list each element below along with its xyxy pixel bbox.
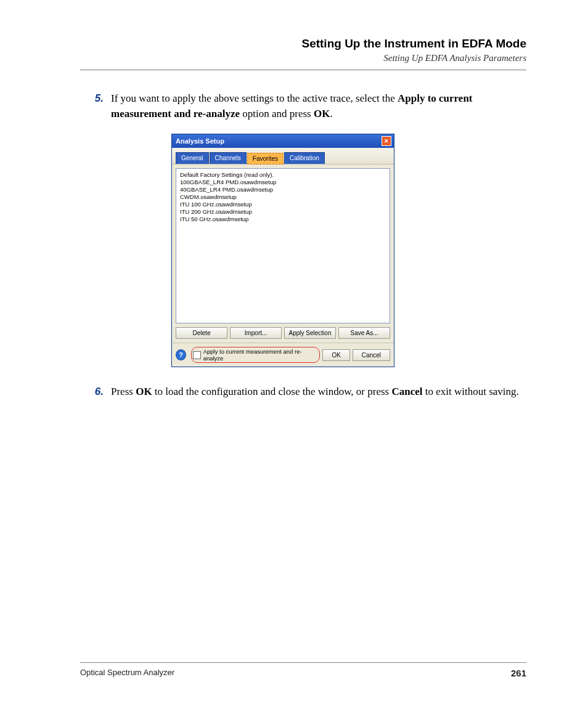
dialog-bottom-bar: ? Apply to current measurement and re-an… [172,343,394,367]
page-footer: Optical Spectrum Analyzer 261 [80,662,526,678]
step-6-text: Press OK to load the configuration and c… [111,384,526,400]
ok-button[interactable]: OK [322,349,349,361]
save-as-button[interactable]: Save As... [338,327,390,339]
list-item[interactable]: 100GBASE_LR4 PMD.osawdmsetup [180,179,386,186]
list-item[interactable]: 40GBASE_LR4 PMD.osawdmsetup [180,186,386,193]
header-rule [80,70,526,70]
step-5: 5. If you want to apply the above settin… [80,91,526,121]
cancel-button[interactable]: Cancel [353,349,390,361]
step-5-text-a: If you want to apply the above settings … [111,92,398,104]
step-6-bold-b: Cancel [391,386,422,397]
section-title: Setting Up the Instrument in EDFA Mode [80,37,526,51]
list-item[interactable]: ITU 200 GHz.osawdmsetup [180,208,386,216]
list-item[interactable]: ITU 100 GHz.osawdmsetup [180,201,386,208]
footer-page-number: 261 [511,668,526,678]
list-item[interactable]: CWDM.osawdmsetup [180,193,386,201]
step-5-text-b: option and press [240,108,314,120]
step-5-bold-b: OK [314,108,330,120]
tab-general[interactable]: General [176,152,209,164]
dialog-tabs: General Channels Favorites Calibration [172,148,394,164]
apply-selection-button[interactable]: Apply Selection [284,327,336,339]
step-6-bold-a: OK [136,386,152,397]
dialog-titlebar[interactable]: Analysis Setup ✕ [172,134,394,148]
help-icon[interactable]: ? [176,349,186,360]
list-item[interactable]: Default Factory Settings (read only). [180,171,386,179]
step-6-text-b: to load the configuration and close the … [152,386,392,397]
step-5-number: 5. [80,91,111,121]
dialog-action-row: Delete Import... Apply Selection Save As… [172,327,394,343]
step-5-text: If you want to apply the above settings … [111,91,526,121]
step-5-text-c: . [330,108,332,120]
step-6-text-c: to exit without saving. [423,386,519,397]
close-icon[interactable]: ✕ [382,136,391,146]
dialog-title: Analysis Setup [176,137,224,145]
apply-reanalyze-label: Apply to current measurement and re-anal… [203,348,316,362]
section-subtitle: Setting Up EDFA Analysis Parameters [80,53,526,63]
analysis-setup-dialog: Analysis Setup ✕ General Channels Favori… [171,134,394,367]
import-button[interactable]: Import... [230,327,282,339]
favorites-list[interactable]: Default Factory Settings (read only). 10… [176,168,390,323]
tab-calibration[interactable]: Calibration [284,152,325,164]
step-6-number: 6. [80,384,111,400]
list-item[interactable]: ITU 50 GHz.osawdmsetup [180,216,386,223]
apply-reanalyze-checkbox[interactable] [193,351,200,359]
step-6: 6. Press OK to load the configuration an… [80,384,526,400]
footer-product: Optical Spectrum Analyzer [80,668,174,678]
tab-channels[interactable]: Channels [210,152,247,164]
delete-button[interactable]: Delete [176,327,227,339]
tab-favorites[interactable]: Favorites [247,153,284,164]
step-6-text-a: Press [111,386,136,397]
apply-reanalyze-highlight: Apply to current measurement and re-anal… [191,347,320,363]
